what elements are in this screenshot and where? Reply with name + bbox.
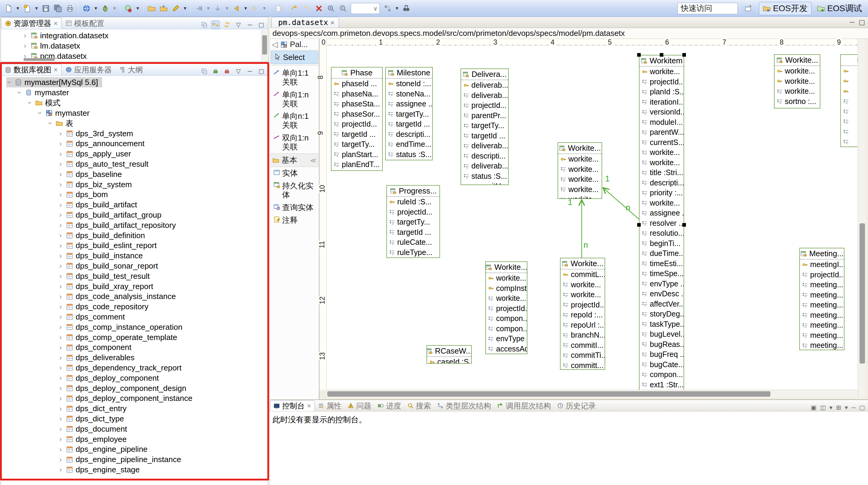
entity-field[interactable]: deliverab... [461, 161, 508, 171]
minimize-icon[interactable]: ─ [851, 404, 856, 411]
canvas-hscrollbar[interactable] [327, 390, 858, 398]
entity-field[interactable]: accessAd... [486, 344, 527, 354]
entity-field[interactable]: caseId :S... [427, 357, 471, 364]
entity-field[interactable]: workite... [775, 86, 820, 96]
entity-field[interactable]: deliverab... [461, 90, 508, 101]
explorer-item-integration.datasetx[interactable]: ›integration.datasetx [22, 30, 108, 41]
entity-field[interactable]: projectId... [332, 119, 382, 129]
chevron-right-icon[interactable]: › [58, 262, 64, 270]
entity-field[interactable]: workite... [558, 164, 601, 175]
entity-field[interactable]: timeEsti... [640, 259, 684, 269]
entity-field[interactable]: projectId... [640, 77, 684, 87]
open-perspective-button[interactable] [742, 2, 754, 15]
db-tree-item-dps_build_artifact_repository[interactable]: ›dps_build_artifact_repository [58, 220, 176, 230]
import-folder-button[interactable] [158, 2, 170, 15]
external-tools-button[interactable] [99, 2, 111, 15]
db-tree-item-dps_engine_pipeline[interactable]: ›dps_engine_pipeline [58, 444, 148, 455]
entity-field[interactable]: targetTy... [386, 109, 432, 119]
minimize-icon[interactable]: ─ [246, 67, 254, 75]
view-menu-icon[interactable]: ▽ [234, 21, 243, 29]
entity-field[interactable]: parentPr... [461, 111, 508, 121]
entity-Workitem[interactable]: Workitemworkite...projectId...planId :S.… [639, 55, 684, 390]
entity-field[interactable]: timeSpe... [640, 269, 684, 279]
selection-handle[interactable] [637, 53, 641, 57]
entity-field[interactable]: status :S... [386, 150, 432, 160]
db-tree-item-dps_build_artifact_group[interactable]: ›dps_build_artifact_group [58, 210, 161, 220]
run-menu-caret[interactable]: ▾ [93, 2, 99, 15]
entity-Milestone[interactable]: MilestonestoneId :...stoneNa...assignee … [385, 67, 433, 160]
db-tree-item-dps_comp_operate_template[interactable]: ›dps_comp_operate_template [58, 332, 177, 342]
entity-field[interactable]: descripti... [640, 178, 684, 188]
redo-button[interactable] [301, 2, 313, 15]
entity-field[interactable] [841, 107, 858, 117]
entity-field[interactable]: targetId ... [387, 227, 439, 238]
chevron-right-icon[interactable]: › [58, 465, 64, 474]
console-tab-搜索[interactable]: 搜索 [404, 400, 434, 411]
open-console-icon[interactable]: ⊞ [836, 404, 841, 411]
chevron-right-icon[interactable]: › [58, 415, 64, 423]
chevron-right-icon[interactable]: › [58, 374, 64, 382]
entity-field[interactable]: taskType... [640, 319, 684, 330]
profile-menu-caret[interactable]: ▾ [134, 2, 141, 15]
entity-field[interactable] [841, 137, 858, 147]
palette-tool-实体[interactable]: 实体 [270, 167, 319, 180]
collapse-all-icon[interactable] [200, 21, 208, 29]
undo-button[interactable] [289, 2, 301, 15]
entity-field[interactable]: workite... [640, 158, 684, 168]
entity-field[interactable]: ruleType... [387, 247, 439, 258]
new-button[interactable] [2, 2, 14, 15]
entity-field[interactable]: phaseSta... [332, 99, 382, 109]
entity-field[interactable]: workite... [558, 184, 601, 195]
entity-field[interactable] [841, 127, 858, 137]
entity-field[interactable]: parentW... [640, 127, 684, 138]
entity-field[interactable]: workite... [775, 76, 820, 87]
entity-field[interactable]: meeting... [800, 310, 844, 321]
pin-group-icon[interactable]: ≪ [310, 157, 316, 164]
entity-field[interactable]: phaseId ... [332, 79, 382, 89]
db-tree-item-mymaster[interactable]: ›mymaster [17, 87, 69, 98]
entity-field[interactable]: meeting... [800, 330, 844, 341]
chevron-right-icon[interactable]: › [58, 231, 64, 240]
chevron-right-icon[interactable]: › [58, 241, 64, 250]
db-tree-item-dps_build_sonar_report[interactable]: ›dps_build_sonar_report [58, 261, 158, 271]
chevron-right-icon[interactable]: › [58, 435, 64, 444]
entity-field[interactable]: workite... [561, 290, 604, 300]
db-tree-item-dps_build_eslint_report[interactable]: ›dps_build_eslint_report [58, 241, 157, 251]
chevron-right-icon[interactable]: › [58, 425, 64, 433]
chevron-right-icon[interactable]: › [58, 201, 64, 209]
entity-field[interactable]: compon... [486, 324, 527, 334]
db-tree-item-dps_announcement[interactable]: ›dps_announcement [58, 139, 144, 149]
entity-field[interactable]: repoId :... [561, 310, 604, 320]
db-tree-item-dps_build_test_result[interactable]: ›dps_build_test_result [58, 271, 150, 281]
entity-Meeting[interactable]: Meeting...meetingI...projectId...meeting… [799, 248, 844, 350]
chevron-right-icon[interactable]: › [22, 31, 28, 40]
save-all-button[interactable] [52, 2, 64, 15]
search-button[interactable] [400, 2, 412, 15]
chevron-right-icon[interactable]: › [58, 343, 64, 352]
editor-tab-pm-datasetx[interactable]: pm.datasetx ✕ [271, 17, 339, 28]
entity-field[interactable]: envDesc ... [640, 289, 684, 299]
entity-field[interactable]: planEndT... [332, 159, 382, 170]
db-tab-应用服务器[interactable]: 应用服务器 [62, 64, 116, 75]
link-with-editor-icon[interactable] [211, 21, 220, 29]
entity-field[interactable]: ... [386, 159, 432, 160]
chevron-right-icon[interactable]: › [58, 354, 64, 362]
close-tab-icon[interactable]: ✕ [53, 20, 58, 27]
entity-field[interactable]: workite... [486, 273, 527, 283]
entity-field[interactable]: workite... [775, 66, 820, 76]
entity-field[interactable]: stoneNa... [386, 89, 432, 99]
entity-field[interactable]: targetTy... [461, 121, 508, 131]
entity-field[interactable]: priority :... [640, 188, 684, 198]
entity-field[interactable] [841, 66, 858, 76]
layout-menu-caret[interactable]: ▾ [394, 2, 400, 15]
console-tab-历史记录[interactable]: 历史记录 [554, 400, 599, 411]
link-editor-button[interactable] [272, 2, 284, 15]
entity-field[interactable]: commitL... [561, 270, 604, 280]
explorer-vscrollbar[interactable] [261, 30, 268, 62]
entity-field[interactable]: commitU... [461, 181, 508, 185]
next-annotation-button[interactable] [193, 2, 205, 15]
db-tree-item-dps_engine_stage[interactable]: ›dps_engine_stage [58, 464, 140, 475]
db-tree-item-dps_apply_user[interactable]: ›dps_apply_user [58, 149, 131, 159]
chevron-right-icon[interactable]: › [58, 190, 64, 199]
entity-field[interactable]: targetId ... [332, 129, 382, 140]
